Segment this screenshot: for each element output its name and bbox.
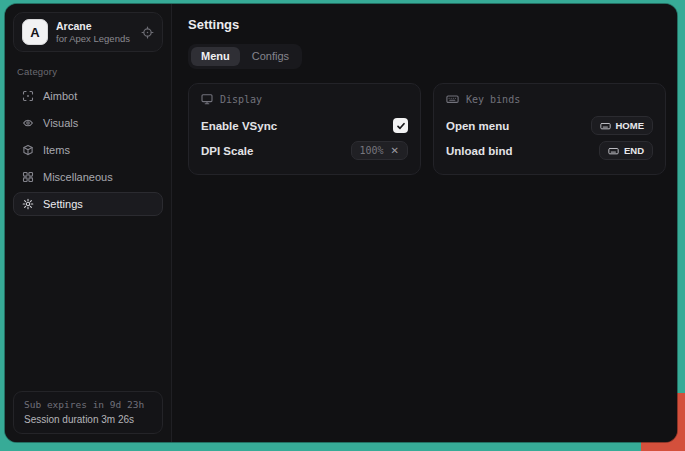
brand-header: A Arcane for Apex Legends <box>13 12 163 52</box>
display-card: Display Enable VSync DPI Scale 100% ✕ <box>188 83 421 175</box>
app-logo: A <box>22 19 48 45</box>
sidebar-item-label: Settings <box>43 198 83 210</box>
sidebar-item-visuals[interactable]: Visuals <box>13 111 163 135</box>
sidebar-item-label: Miscellaneous <box>43 171 113 183</box>
sidebar-item-settings[interactable]: Settings <box>13 192 163 216</box>
keybinds-card-title: Key binds <box>466 94 520 105</box>
vsync-label: Enable VSync <box>201 120 277 132</box>
monitor-icon <box>201 93 213 105</box>
grid-icon <box>22 171 34 183</box>
settings-tab-bar: Menu Configs <box>188 44 302 69</box>
open-menu-key-label: HOME <box>616 120 645 131</box>
sidebar-nav: Aimbot Visuals Items <box>13 84 163 216</box>
main-content: Settings Menu Configs Display <box>172 4 677 442</box>
sidebar-item-label: Visuals <box>43 117 78 129</box>
keyboard-icon <box>446 93 459 105</box>
sidebar-item-aimbot[interactable]: Aimbot <box>13 84 163 108</box>
keyboard-icon <box>600 121 611 131</box>
unload-keybind-button[interactable]: END <box>599 141 653 160</box>
unload-key-label: END <box>624 145 644 156</box>
keybinds-card-header: Key binds <box>446 93 653 105</box>
display-card-title: Display <box>220 94 262 105</box>
keyboard-icon <box>608 146 619 156</box>
open-menu-row: Open menu HOME <box>446 113 653 138</box>
vsync-checkbox[interactable] <box>393 118 408 133</box>
sidebar-item-miscellaneous[interactable]: Miscellaneous <box>13 165 163 189</box>
crosshair-icon <box>22 90 34 102</box>
dpi-scale-input[interactable]: 100% ✕ <box>351 141 408 160</box>
brand-subtitle: for Apex Legends <box>56 33 130 45</box>
sidebar-item-label: Aimbot <box>43 90 77 102</box>
category-label: Category <box>17 66 159 77</box>
tab-configs[interactable]: Configs <box>242 47 299 66</box>
keybinds-card: Key binds Open menu HOME <box>433 83 666 175</box>
box-icon <box>22 144 34 156</box>
open-menu-keybind-button[interactable]: HOME <box>591 116 654 135</box>
session-duration-text: Session duration 3m 26s <box>24 414 152 425</box>
clear-icon[interactable]: ✕ <box>391 146 399 156</box>
target-icon <box>141 26 154 39</box>
app-window: A Arcane for Apex Legends Category <box>5 4 677 442</box>
dpi-value: 100% <box>360 145 384 156</box>
subscription-info-box: Sub expires in 9d 23h Session duration 3… <box>13 391 163 434</box>
page-title: Settings <box>188 17 666 32</box>
settings-cards: Display Enable VSync DPI Scale 100% ✕ <box>188 83 666 175</box>
gear-icon <box>22 198 34 210</box>
sub-expires-text: Sub expires in 9d 23h <box>24 399 152 410</box>
tab-menu[interactable]: Menu <box>191 47 240 66</box>
dpi-row: DPI Scale 100% ✕ <box>201 138 408 163</box>
sidebar-item-items[interactable]: Items <box>13 138 163 162</box>
vsync-row: Enable VSync <box>201 113 408 138</box>
brand-text: Arcane for Apex Legends <box>56 20 130 45</box>
display-card-header: Display <box>201 93 408 105</box>
brand-title: Arcane <box>56 20 130 33</box>
unload-bind-label: Unload bind <box>446 145 512 157</box>
dpi-label: DPI Scale <box>201 145 253 157</box>
unload-bind-row: Unload bind END <box>446 138 653 163</box>
sidebar-item-label: Items <box>43 144 70 156</box>
check-icon <box>396 121 406 131</box>
eye-icon <box>22 117 34 129</box>
sidebar: A Arcane for Apex Legends Category <box>5 4 172 442</box>
open-menu-label: Open menu <box>446 120 509 132</box>
